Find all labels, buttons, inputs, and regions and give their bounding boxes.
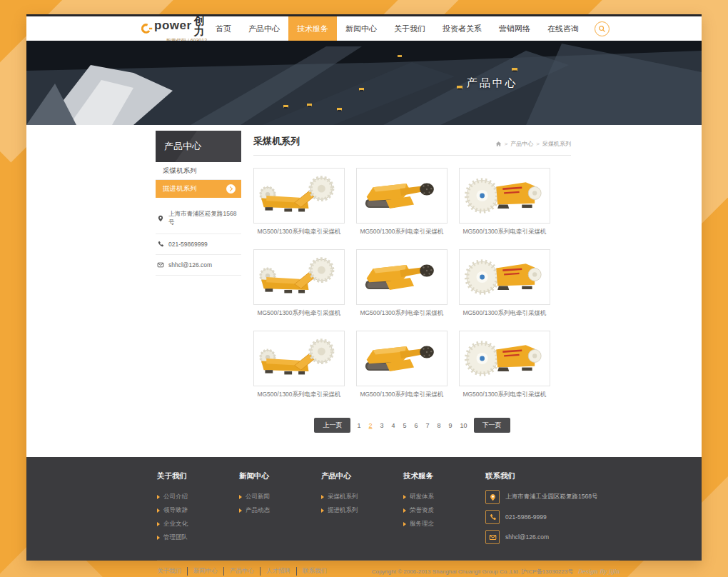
product-card[interactable]: MG500/1300系列电牵引采煤机 [356,249,448,318]
brand-name-en: power [154,19,192,31]
footer-link[interactable]: 产品动态 [239,503,321,517]
arrow-bullet-icon [403,495,406,499]
sidebar-address-row: 上海市青浦区崧复路1568号 [156,204,241,234]
arrow-bullet-icon [239,508,242,513]
email-icon [485,530,500,544]
nav-item-products[interactable]: 产品中心 [240,16,288,41]
page-number-3[interactable]: 3 [378,422,385,429]
footer-link-label: 荣誉资质 [410,503,434,517]
brand-logo[interactable]: power创力 股票代码 / 603012 [141,16,207,41]
footer-col-news: 新闻中心 公司新闻 产品动态 [239,471,321,550]
next-page-button[interactable]: 下一页 [474,418,510,433]
breadcrumb-products[interactable]: 产品中心 [510,140,533,148]
page-title: 采煤机系列 [253,135,300,148]
footer-link-label: 采煤机系列 [328,490,358,503]
footer-link[interactable]: 荣誉资质 [403,503,485,517]
prev-page-button[interactable]: 上一页 [314,418,350,433]
product-card[interactable]: MG500/1300系列电牵引采煤机 [459,168,550,236]
product-image-roadheader [356,249,448,305]
sidebar-address: 上海市青浦区崧复路1568号 [168,210,240,227]
nav-item-news[interactable]: 新闻中心 [337,16,385,41]
product-card[interactable]: MG500/1300系列电牵引采煤机 [356,331,448,399]
arrow-bullet-icon [157,522,160,526]
nav-item-about[interactable]: 关于我们 [385,16,434,41]
footer-link[interactable]: 服务理念 [403,517,485,531]
page-number-7[interactable]: 7 [425,422,431,429]
arrow-bullet-icon [403,522,406,526]
footer-link[interactable]: 研发体系 [403,490,485,503]
product-card[interactable]: MG500/1300系列电牵引采煤机 [459,249,550,318]
chevron-right-icon [226,184,236,194]
page-number-4[interactable]: 4 [390,422,396,429]
sidebar-item-shearer-series[interactable]: 采煤机系列 [156,162,241,180]
arrow-bullet-icon [403,508,406,513]
sidebar-title: 产品中心 [156,131,241,162]
bottom-link-news[interactable]: 新闻中心 [188,567,224,576]
product-card[interactable]: MG500/1300系列电牵引采煤机 [253,331,345,399]
page-number-9[interactable]: 9 [448,422,454,429]
breadcrumb-separator: > [505,141,508,147]
breadcrumb-current: 采煤机系列 [542,140,571,148]
sidebar-phone: 021-59869999 [168,241,208,248]
sidebar: 产品中心 采煤机系列 掘进机系列 上海市青浦区崧复路1568号 [156,131,241,457]
home-icon[interactable] [495,141,502,147]
nav-item-tech-service[interactable]: 技术服务 [288,16,337,41]
footer-bottom-links: 关于我们 新闻中心 产品中心 人才招聘 联系我们 [157,567,333,576]
main-nav: 首页 产品中心 技术服务 新闻中心 关于我们 投资者关系 营销网络 在线咨询 [207,16,587,41]
sidebar-email-row: shhcl@126.com [156,255,241,276]
brand-text: power创力 股票代码 / 603012 [154,15,207,43]
search-icon [598,25,606,33]
page-number-6[interactable]: 6 [413,422,420,429]
bottom-link-about[interactable]: 关于我们 [157,567,188,576]
product-image-shearer [253,249,345,305]
site-footer: 关于我们 公司介绍 领导致辞 企业文化 管理团队 新闻中心 公司新闻 产品动态 … [26,457,702,561]
product-card[interactable]: MG500/1300系列电牵引采煤机 [253,249,345,318]
copyright: Copyright © 2006-2013 Shanghai Chuangli … [372,568,620,576]
phone-icon [157,241,164,248]
sidebar-phone-row: 021-59869999 [156,234,241,255]
bottom-link-contact[interactable]: 联系我们 [297,567,333,576]
site-header: power创力 股票代码 / 603012 首页 产品中心 技术服务 新闻中心 … [26,16,702,41]
breadcrumb: > 产品中心 > 采煤机系列 [495,140,571,148]
search-button[interactable] [595,16,610,41]
footer-col-about: 关于我们 公司介绍 领导致辞 企业文化 管理团队 [157,471,239,550]
product-card[interactable]: MG500/1300系列电牵引采煤机 [459,331,550,399]
footer-link[interactable]: 采煤机系列 [321,490,403,503]
page-number-2-current[interactable]: 2 [367,422,373,429]
nav-item-marketing[interactable]: 营销网络 [490,16,539,41]
nav-item-investor[interactable]: 投资者关系 [434,16,490,41]
product-card[interactable]: MG500/1300系列电牵引采煤机 [253,168,345,236]
main-panel: 采煤机系列 > 产品中心 > 采煤机系列 MG500/1300系列电牵引采煤机 [253,131,571,457]
footer-link[interactable]: 掘进机系列 [321,503,403,517]
footer-email: shhcl@126.com [505,533,549,541]
page-title-row: 采煤机系列 > 产品中心 > 采煤机系列 [253,131,571,156]
nav-item-consult[interactable]: 在线咨询 [539,16,587,41]
product-title: MG500/1300系列电牵引采煤机 [459,228,550,236]
sidebar-item-roadheader-series[interactable]: 掘进机系列 [156,180,241,198]
footer-link-label: 公司新闻 [246,490,270,503]
footer-col-title: 关于我们 [157,471,239,481]
page-number-10[interactable]: 10 [459,422,469,429]
arrow-bullet-icon [157,495,160,499]
arrow-bullet-icon [157,536,160,540]
product-card[interactable]: MG500/1300系列电牵引采煤机 [356,168,448,236]
footer-link[interactable]: 公司新闻 [239,490,321,503]
product-image-roadheader [356,331,448,386]
footer-link[interactable]: 企业文化 [157,517,239,531]
product-image-roadheader [356,168,448,224]
mine-photo [26,41,702,125]
footer-link[interactable]: 领导致辞 [157,503,239,517]
nav-item-home[interactable]: 首页 [207,16,240,41]
footer-bottom-bar: 关于我们 新闻中心 产品中心 人才招聘 联系我们 Copyright © 200… [157,560,620,576]
footer-col-title: 技术服务 [403,471,485,481]
hero-title: 产品中心 [467,76,518,90]
footer-link[interactable]: 公司介绍 [157,490,239,503]
page-number-5[interactable]: 5 [401,422,408,429]
page-number-8[interactable]: 8 [436,422,443,429]
bottom-link-jobs[interactable]: 人才招聘 [261,567,297,576]
footer-link-label: 产品动态 [246,503,270,517]
page-number-1[interactable]: 1 [355,422,362,429]
product-image-disc-machine [459,331,550,386]
bottom-link-products[interactable]: 产品中心 [224,567,261,576]
footer-link[interactable]: 管理团队 [157,531,239,544]
